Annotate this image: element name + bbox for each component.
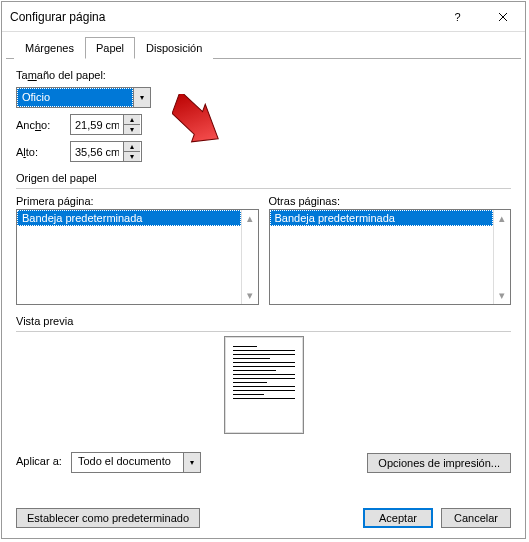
chevron-down-icon: ▾ bbox=[130, 153, 134, 161]
first-page-listbox[interactable]: Bandeja predeterminada ▴ ▾ bbox=[16, 209, 259, 305]
tab-margins[interactable]: Márgenes bbox=[14, 37, 85, 59]
width-label: Ancho: bbox=[16, 119, 70, 131]
first-page-label: Primera página: bbox=[16, 195, 259, 207]
list-item[interactable]: Bandeja predeterminada bbox=[270, 210, 494, 226]
chevron-down-icon: ▾ bbox=[242, 287, 258, 304]
content: Tamaño del papel: Oficio ▾ Ancho: ▴ ▾ Al… bbox=[2, 59, 525, 483]
chevron-down-icon: ▾ bbox=[130, 126, 134, 134]
titlebar: Configurar página ? bbox=[2, 2, 525, 32]
other-pages-scrollbar[interactable]: ▴ ▾ bbox=[493, 210, 510, 304]
chevron-down-icon: ▾ bbox=[140, 94, 144, 102]
chevron-down-icon: ▾ bbox=[190, 459, 194, 467]
height-label: Alto: bbox=[16, 146, 70, 158]
paper-size-selected: Oficio bbox=[17, 88, 133, 107]
tab-paper[interactable]: Papel bbox=[85, 37, 135, 59]
apply-to-label: Aplicar a: bbox=[16, 455, 62, 467]
chevron-down-icon: ▾ bbox=[494, 287, 510, 304]
chevron-up-icon: ▴ bbox=[494, 210, 510, 227]
close-button[interactable] bbox=[480, 2, 525, 32]
chevron-up-icon: ▴ bbox=[130, 143, 134, 151]
preview-page bbox=[224, 336, 304, 434]
height-spin-down[interactable]: ▾ bbox=[124, 152, 140, 161]
paper-size-combo[interactable]: Oficio ▾ bbox=[16, 87, 151, 108]
page-setup-dialog: Configurar página ? Márgenes Papel Dispo… bbox=[1, 1, 526, 539]
close-icon bbox=[498, 12, 508, 22]
preview-label: Vista previa bbox=[16, 315, 511, 327]
set-default-button[interactable]: Establecer como predeterminado bbox=[16, 508, 200, 528]
first-page-scrollbar[interactable]: ▴ ▾ bbox=[241, 210, 258, 304]
chevron-up-icon: ▴ bbox=[130, 116, 134, 124]
tabs: Márgenes Papel Disposición bbox=[6, 32, 521, 59]
width-spin-down[interactable]: ▾ bbox=[124, 125, 140, 134]
apply-to-combo[interactable]: Todo el documento ▾ bbox=[71, 452, 201, 473]
width-input[interactable]: ▴ ▾ bbox=[70, 114, 142, 135]
height-spin-up[interactable]: ▴ bbox=[124, 142, 140, 152]
apply-to-value: Todo el documento bbox=[72, 453, 183, 472]
tab-layout[interactable]: Disposición bbox=[135, 37, 213, 59]
cancel-button[interactable]: Cancelar bbox=[441, 508, 511, 528]
print-options-button[interactable]: Opciones de impresión... bbox=[367, 453, 511, 473]
chevron-up-icon: ▴ bbox=[242, 210, 258, 227]
other-pages-listbox[interactable]: Bandeja predeterminada ▴ ▾ bbox=[269, 209, 512, 305]
ok-button[interactable]: Aceptar bbox=[363, 508, 433, 528]
dialog-title: Configurar página bbox=[10, 10, 435, 24]
list-item[interactable]: Bandeja predeterminada bbox=[17, 210, 241, 226]
width-spin-up[interactable]: ▴ bbox=[124, 115, 140, 125]
apply-to-dropdown-button[interactable]: ▾ bbox=[183, 453, 200, 472]
height-field[interactable] bbox=[71, 142, 123, 161]
height-input[interactable]: ▴ ▾ bbox=[70, 141, 142, 162]
width-field[interactable] bbox=[71, 115, 123, 134]
paper-size-label: Tamaño del papel: bbox=[16, 69, 106, 81]
paper-source-label: Origen del papel bbox=[16, 172, 511, 184]
other-pages-label: Otras páginas: bbox=[269, 195, 512, 207]
paper-size-dropdown-button[interactable]: ▾ bbox=[133, 88, 150, 107]
help-button[interactable]: ? bbox=[435, 2, 480, 32]
